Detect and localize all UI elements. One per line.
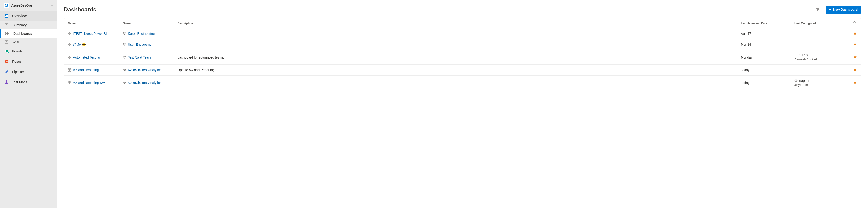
- table-row[interactable]: @Me 😎User EngagementMar 14: [64, 39, 861, 50]
- svg-rect-3: [7, 15, 8, 17]
- favorite-star-icon[interactable]: [853, 32, 857, 35]
- sidebar-item-label: Pipelines: [12, 70, 25, 74]
- table-row[interactable]: AX and Reporting-NwAzDev.in Test Analyti…: [64, 75, 861, 90]
- th-name[interactable]: Name: [64, 19, 119, 28]
- sidebar-item-label: Overview: [12, 14, 27, 18]
- last-configured-cell: [791, 65, 849, 75]
- th-favorite: [849, 19, 861, 28]
- svg-rect-41: [68, 56, 69, 57]
- svg-point-19: [7, 51, 9, 54]
- configured-date: Sep 21: [799, 79, 809, 82]
- team-icon: [123, 43, 126, 46]
- svg-point-46: [125, 56, 126, 57]
- svg-rect-2: [6, 15, 7, 17]
- owner-link[interactable]: Test Xplat Team: [128, 56, 151, 59]
- last-accessed-cell: Mar 14: [737, 39, 791, 50]
- favorite-star-icon[interactable]: [853, 55, 857, 59]
- sidebar: AzureDevOps + Overview Summary Dashboa: [0, 0, 57, 208]
- th-last-accessed[interactable]: Last Accessed Date: [737, 19, 791, 28]
- svg-rect-29: [68, 32, 69, 33]
- svg-rect-48: [68, 69, 69, 70]
- svg-rect-16: [5, 50, 6, 51]
- last-accessed-cell: Today: [737, 75, 791, 90]
- dashboard-name-link[interactable]: @Me 😎: [73, 43, 86, 46]
- page-header: Dashboards + New Dashboard: [64, 6, 861, 13]
- svg-rect-56: [68, 83, 69, 84]
- sidebar-item-label: Test Plans: [12, 80, 27, 84]
- svg-point-24: [7, 71, 7, 72]
- project-icon: [4, 3, 9, 8]
- sidebar-item-wiki[interactable]: Wiki: [0, 38, 57, 46]
- svg-point-45: [123, 56, 124, 57]
- new-dashboard-button[interactable]: + New Dashboard: [826, 6, 861, 13]
- last-configured-cell: Sep 21Jihye Eom: [791, 75, 849, 90]
- svg-rect-44: [70, 57, 71, 59]
- team-icon: [123, 68, 126, 72]
- owner-link[interactable]: AzDev.in Test Analytics: [128, 68, 161, 72]
- last-accessed-cell: Monday: [737, 50, 791, 65]
- dashboards-icon: [5, 32, 9, 35]
- sidebar-item-label: Repos: [12, 60, 22, 63]
- svg-point-40: [125, 43, 126, 44]
- plus-icon[interactable]: +: [51, 3, 54, 8]
- dashboard-name-link[interactable]: Automated Testing: [73, 56, 100, 59]
- svg-rect-35: [68, 43, 69, 44]
- svg-rect-50: [68, 70, 69, 71]
- dashboard-icon: [68, 32, 71, 35]
- sidebar-item-boards[interactable]: Boards: [0, 46, 57, 57]
- testplans-icon: [4, 79, 9, 85]
- table-row[interactable]: AX and ReportingAzDev.in Test AnalyticsU…: [64, 65, 861, 75]
- owner-link[interactable]: AzDev.in Test Analytics: [128, 81, 161, 84]
- nav-list: Overview Summary Dashboards Wiki: [0, 11, 57, 87]
- sidebar-item-repos[interactable]: Repos: [0, 57, 57, 67]
- svg-point-52: [123, 69, 124, 70]
- dashboard-name-link[interactable]: AX and Reporting-Nw: [73, 81, 104, 84]
- clock-icon: [795, 54, 798, 57]
- dashboard-name-link[interactable]: AX and Reporting: [73, 68, 99, 72]
- project-header[interactable]: AzureDevOps +: [0, 0, 57, 11]
- svg-rect-25: [6, 80, 7, 81]
- dashboard-icon: [68, 81, 71, 84]
- favorite-star-icon[interactable]: [853, 81, 857, 84]
- clock-icon: [795, 79, 798, 82]
- svg-point-34: [125, 32, 126, 33]
- favorite-star-icon[interactable]: [853, 42, 857, 46]
- svg-rect-8: [6, 32, 7, 33]
- configured-date: Jul 18: [799, 54, 808, 57]
- last-accessed-cell: Aug 17: [737, 28, 791, 39]
- configured-by: Ramesh Sunkari: [795, 58, 845, 61]
- th-owner[interactable]: Owner: [119, 19, 174, 28]
- table-row[interactable]: Automated TestingTest Xplat Teamdashboar…: [64, 50, 861, 65]
- filter-icon[interactable]: [814, 6, 822, 13]
- description-cell: dashboard for automated testing: [174, 50, 737, 65]
- svg-rect-37: [68, 45, 69, 46]
- th-description[interactable]: Description: [174, 19, 737, 28]
- boards-icon: [4, 48, 9, 54]
- sidebar-item-overview[interactable]: Overview: [0, 11, 57, 21]
- sidebar-item-pipelines[interactable]: Pipelines: [0, 67, 57, 77]
- main-content: Dashboards + New Dashboard Name Owner De…: [57, 0, 868, 208]
- svg-rect-1: [5, 16, 6, 17]
- favorite-star-icon[interactable]: [853, 68, 857, 71]
- team-icon: [123, 56, 126, 59]
- svg-rect-11: [7, 34, 9, 35]
- th-last-configured[interactable]: Last Configured: [791, 19, 849, 28]
- table-row[interactable]: [TEST] Keros Power BIKeros EngineeringAu…: [64, 28, 861, 39]
- description-cell: [174, 28, 737, 39]
- sidebar-item-label: Dashboards: [13, 32, 32, 35]
- dashboard-name-link[interactable]: [TEST] Keros Power BI: [73, 32, 107, 35]
- dashboards-table-container: Name Owner Description Last Accessed Dat…: [64, 18, 861, 90]
- sidebar-item-testplans[interactable]: Test Plans: [0, 77, 57, 87]
- description-cell: [174, 75, 737, 90]
- owner-link[interactable]: User Engagement: [128, 43, 154, 46]
- svg-rect-10: [6, 34, 7, 35]
- owner-link[interactable]: Keros Engineering: [128, 32, 155, 35]
- sidebar-item-dashboards[interactable]: Dashboards: [0, 29, 57, 38]
- dashboard-icon: [68, 68, 71, 72]
- wiki-icon: [5, 40, 8, 44]
- svg-rect-42: [70, 56, 71, 57]
- pipelines-icon: [4, 69, 9, 75]
- sidebar-item-summary[interactable]: Summary: [0, 21, 57, 29]
- svg-rect-49: [70, 69, 71, 70]
- overview-icon: [4, 13, 9, 19]
